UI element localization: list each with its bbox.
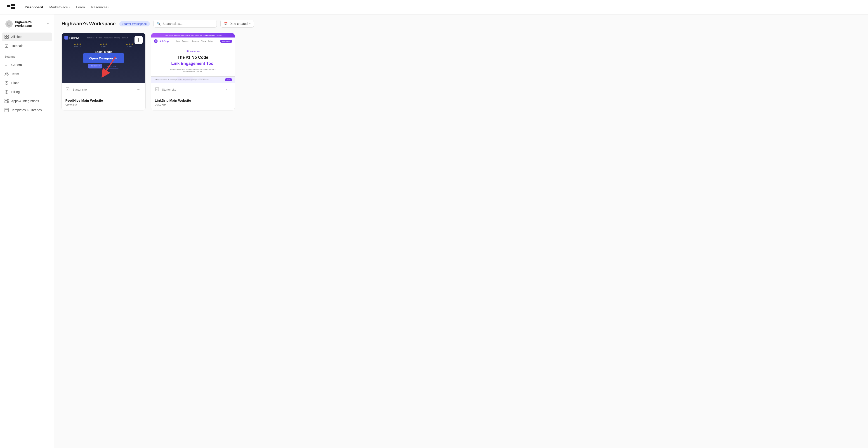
ld-logo: LinkDrip: [154, 39, 169, 43]
starter-site-icon: [65, 87, 70, 92]
main-content: Highware's Workspace Starter Workspace 🔍…: [54, 14, 868, 448]
svg-point-28: [138, 39, 139, 41]
linkdrip-card-footer: Starter site ⋯: [151, 83, 235, 96]
svg-rect-6: [5, 35, 6, 37]
fh-nav: FeedHive SolutionsSocialsResourcesPricin…: [64, 36, 143, 39]
apps-icon: [4, 99, 8, 103]
team-icon: [4, 72, 8, 76]
sidebar-item-all-sites[interactable]: All sites: [2, 33, 52, 41]
date-filter-chevron-icon: ▾: [249, 23, 250, 25]
workspace-avatar: [5, 20, 13, 28]
plans-icon: [4, 81, 8, 85]
sidebar-item-billing[interactable]: Billing: [2, 88, 52, 96]
fh-stars-row: ★★★★★Rating 5.0 ★★★★★5 stars ★★★★★5 star…: [64, 43, 143, 47]
svg-rect-18: [5, 99, 6, 100]
feedhive-site-name: FeedHive Main Website: [65, 98, 142, 102]
svg-point-15: [7, 73, 8, 74]
sidebar-nav: All sites Tutorials: [0, 32, 54, 52]
nav-resources[interactable]: Resources ▾: [88, 0, 112, 14]
sites-grid: FeedHive SolutionsSocialsResourcesPricin…: [61, 33, 861, 110]
workspace-selector[interactable]: Highware's Workspace ▾: [2, 18, 52, 30]
tutorials-icon: [4, 44, 8, 48]
svg-rect-0: [7, 5, 10, 7]
starter-badge: Starter Workspace: [119, 21, 150, 26]
ld-nav-links: HomeFeatures ▾ResourcesPricingContact: [176, 40, 213, 42]
svg-rect-19: [6, 99, 7, 100]
sidebar-item-templates[interactable]: Templates & Libraries: [2, 106, 52, 114]
feedhive-card-info: FeedHive Main Website View site: [62, 96, 145, 110]
svg-rect-8: [5, 37, 6, 39]
linkdrip-starter-icon: [155, 87, 160, 92]
linkdrip-preview: Limited Offer! Join early! And get your …: [151, 33, 235, 83]
app-layout: Highware's Workspace ▾ All sites: [0, 14, 868, 448]
svg-rect-21: [5, 101, 6, 103]
templates-icon: [4, 108, 8, 112]
svg-rect-24: [5, 108, 8, 112]
search-box[interactable]: 🔍: [153, 20, 217, 28]
settings-nav: General Team: [0, 60, 54, 116]
feedhive-view-link[interactable]: View site: [65, 103, 142, 107]
billing-icon: [4, 90, 8, 94]
ld-nav: LinkDrip HomeFeatures ▾ResourcesPricingC…: [151, 37, 235, 45]
fh-logo: FeedHive: [64, 36, 79, 39]
svg-rect-2: [11, 7, 16, 9]
search-input[interactable]: [162, 22, 213, 26]
linkdrip-view-link[interactable]: View site: [155, 103, 231, 107]
linkdrip-site-name: LinkDrip Main Website: [155, 98, 231, 102]
svg-rect-22: [6, 101, 7, 103]
feedhive-preview: FeedHive SolutionsSocialsResourcesPricin…: [62, 33, 145, 83]
nav-dashboard[interactable]: Dashboard: [23, 0, 46, 14]
feedhive-site-type: Starter site: [72, 88, 135, 91]
main-header: Highware's Workspace Starter Workspace 🔍…: [61, 20, 861, 28]
feedhive-card-footer: Starter site ⋯: [62, 83, 145, 96]
linkdrip-more-button[interactable]: ⋯: [225, 86, 231, 93]
svg-point-31: [187, 51, 188, 52]
card-settings-button[interactable]: [134, 36, 143, 44]
all-sites-icon: [4, 35, 8, 39]
site-card-linkdrip[interactable]: Limited Offer! Join early! And get your …: [151, 33, 235, 110]
ld-headline: The #1 No Code: [155, 55, 231, 60]
logo[interactable]: [7, 4, 16, 11]
date-filter-button[interactable]: 📅 Date created ▾: [220, 20, 254, 28]
resources-chevron-icon: ▾: [108, 6, 110, 8]
page-title: Highware's Workspace: [61, 21, 116, 27]
ld-desc: Analytics, A/B testing, ad retargeting a…: [155, 68, 231, 73]
svg-rect-23: [7, 101, 8, 103]
nav-learn[interactable]: Learn: [73, 0, 88, 14]
feedhive-more-button[interactable]: ⋯: [135, 86, 142, 93]
sidebar-item-apps[interactable]: Apps & Integrations: [2, 97, 52, 105]
search-icon: 🔍: [157, 22, 161, 26]
sidebar: Highware's Workspace ▾ All sites: [0, 14, 54, 448]
svg-point-17: [5, 90, 8, 94]
nav-marketplace[interactable]: Marketplace ▾: [46, 0, 72, 14]
sidebar-item-general[interactable]: General: [2, 61, 52, 69]
workspace-name: Highware's Workspace: [15, 20, 45, 28]
svg-point-29: [155, 40, 157, 42]
ld-subheadline: Link Engagement Tool: [155, 61, 231, 66]
svg-rect-20: [7, 99, 8, 100]
sidebar-item-tutorials[interactable]: Tutorials: [2, 41, 52, 50]
sidebar-item-team[interactable]: Team: [2, 70, 52, 78]
workspace-chevron-icon: ▾: [47, 22, 49, 26]
fh-cta-row: Get started Learn more: [64, 64, 143, 68]
ld-hero-logo: drip.ai/7gac: [155, 50, 231, 53]
open-designer-button[interactable]: Open Designer →: [83, 53, 124, 63]
ld-getstarted-btn: Get started: [220, 40, 232, 43]
svg-rect-9: [7, 37, 8, 39]
nav-items: Dashboard Marketplace ▾ Learn Resources …: [23, 0, 112, 14]
site-card-feedhive[interactable]: FeedHive SolutionsSocialsResourcesPricin…: [61, 33, 146, 110]
top-nav: Dashboard Marketplace ▾ Learn Resources …: [0, 0, 868, 14]
svg-point-14: [5, 73, 7, 74]
svg-rect-7: [7, 35, 8, 37]
linkdrip-card-info: LinkDrip Main Website View site: [151, 96, 235, 110]
settings-section-label: Settings: [0, 52, 54, 60]
marketplace-chevron-icon: ▾: [69, 6, 70, 8]
linkdrip-site-type: Starter site: [162, 88, 225, 91]
calendar-icon: 📅: [224, 22, 228, 26]
svg-rect-1: [11, 4, 16, 6]
fh-nav-links: SolutionsSocialsResourcesPricingContact: [87, 37, 128, 39]
sidebar-item-plans[interactable]: Plans: [2, 78, 52, 87]
ld-cookie-banner: LinkDrip uses cookies. By continuing to …: [151, 76, 235, 83]
ld-topbar: Limited Offer! Join early! And get your …: [151, 33, 235, 37]
general-icon: [4, 63, 8, 67]
